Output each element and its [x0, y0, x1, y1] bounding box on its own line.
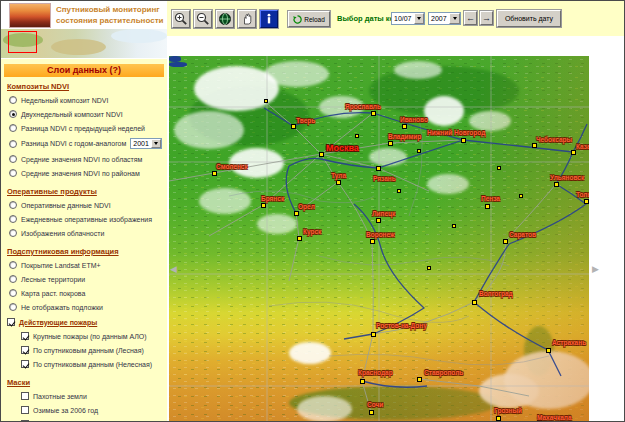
town-marker [355, 134, 359, 138]
sidebar-header: Слои данных (?) [4, 64, 164, 77]
checkbox[interactable] [21, 406, 29, 414]
city-marker [571, 150, 576, 155]
layer-group: Действующие пожарыКрупные пожары (по дан… [1, 318, 167, 375]
radio[interactable] [9, 110, 17, 118]
city-marker [461, 138, 466, 143]
overview-extent-rect[interactable] [8, 31, 37, 53]
year-select[interactable]: 2007 [428, 12, 461, 25]
sidebar-item-label: Изображения облачности [21, 230, 104, 237]
town-marker [397, 189, 401, 193]
sidebar-help-link[interactable]: (?) [109, 65, 121, 75]
city-label: Пенза [481, 195, 500, 202]
overview-map[interactable] [1, 29, 167, 58]
city-label: Орел [298, 203, 315, 210]
city-marker [261, 203, 266, 208]
year-select-arrow[interactable] [449, 13, 460, 24]
roads [169, 101, 556, 412]
globe-icon [218, 12, 232, 26]
checkbox[interactable] [21, 332, 29, 340]
overview-sea [111, 29, 167, 43]
city-label: Ростов-на-Дону [376, 322, 427, 329]
city-marker [546, 348, 551, 353]
app-title-line2: состояния растительности [56, 15, 166, 26]
checkbox[interactable] [7, 318, 15, 326]
city-label: Чебоксары [536, 136, 572, 143]
radio[interactable] [9, 155, 17, 163]
radio[interactable] [9, 201, 17, 209]
sidebar-item-label: Оперативные данные NDVI [21, 202, 111, 209]
chevron-down-icon [417, 17, 421, 20]
city-label: Смоленск [216, 163, 248, 170]
reload-icon [293, 15, 302, 24]
radio[interactable] [9, 261, 17, 269]
date-select-arrow[interactable] [414, 13, 424, 24]
app-title: Спутниковый мониторинг состояния растите… [56, 4, 166, 26]
city-marker [294, 211, 299, 216]
sidebar-item-label: Средние значения NDVI по районам [21, 170, 140, 177]
sidebar-item-label: Ежедневные оперативные изображения [21, 216, 152, 223]
checkbox[interactable] [21, 392, 29, 400]
chevron-down-icon [453, 17, 457, 20]
sidebar-item: Двухнедельный композит NDVI [9, 110, 167, 118]
sidebar-item: Оперативные данные NDVI [9, 201, 167, 209]
city-label: Волгоград [479, 290, 513, 297]
sidebar-header-label: Слои данных [47, 65, 107, 75]
checkbox[interactable] [21, 346, 29, 354]
year-analog-select[interactable]: 2001 [130, 138, 162, 149]
info-button[interactable] [260, 10, 278, 28]
arrow-right-icon: → [482, 13, 491, 23]
sidebar-item: Разница NDVI с годом-аналогом2001 [9, 138, 167, 149]
radio[interactable] [9, 229, 17, 237]
sidebar-item: Лесные территории [9, 275, 167, 283]
pan-button[interactable] [238, 10, 256, 28]
zoom-out-button[interactable] [194, 10, 212, 28]
sidebar-item-label: Недельный композит NDVI [21, 97, 108, 104]
city-label: Ярославль [345, 103, 381, 110]
city-marker [388, 141, 393, 146]
city-label: Тверь [296, 117, 315, 124]
full-extent-button[interactable] [216, 10, 234, 28]
group-heading: Композиты NDVI [7, 82, 167, 91]
fires-group-label[interactable]: Действующие пожары [19, 319, 97, 326]
town-marker [417, 149, 421, 153]
layers-sidebar: Слои данных (?) Композиты NDVIНедельный … [1, 58, 167, 422]
radio[interactable] [9, 303, 17, 311]
radio[interactable] [9, 96, 17, 104]
reload-button[interactable]: Reload [288, 11, 330, 27]
sidebar-item: Изображения облачности [9, 229, 167, 237]
pan-right-arrow[interactable]: ▶ [592, 265, 599, 274]
city-label: Тольятти [576, 191, 589, 198]
date-select[interactable]: 10/07 [391, 12, 425, 25]
city-marker [291, 124, 296, 129]
sidebar-item: Озимые за 2006 год [21, 406, 167, 414]
radio[interactable] [9, 124, 17, 132]
city-marker [417, 377, 422, 382]
city-label: Воронеж [366, 231, 395, 238]
update-date-button[interactable]: Обновить дату [497, 10, 561, 27]
radio[interactable] [9, 169, 17, 177]
zoom-in-button[interactable] [172, 10, 190, 28]
ndvi-map[interactable]: ◀ ТверьЯрославльИвановоМоскваВладимирНиж… [169, 56, 589, 422]
city-marker [503, 239, 508, 244]
pan-left-arrow[interactable]: ◀ [170, 265, 177, 274]
prev-date-button[interactable]: ← [464, 11, 477, 25]
city-label: Ставрополь [424, 369, 463, 376]
sidebar-groups: Композиты NDVIНедельный композит NDVIДву… [1, 82, 167, 422]
next-date-button[interactable]: → [480, 11, 493, 25]
checkbox[interactable] [21, 360, 29, 368]
city-marker [297, 236, 302, 241]
city-marker [554, 182, 559, 187]
city-label: Саратов [509, 231, 536, 238]
radio[interactable] [9, 215, 17, 223]
group-heading: Оперативные продукты [7, 187, 167, 196]
sidebar-item-label: Озимые за 2006 год [33, 407, 98, 414]
map-toolbar: Reload Выбор даты композита 10/07 2007 ←… [167, 1, 625, 36]
rivers [264, 108, 587, 387]
radio[interactable] [9, 275, 17, 283]
sidebar-item: Средние значения NDVI по областям [9, 155, 167, 163]
arrow-left-icon: ← [466, 13, 475, 23]
radio[interactable] [9, 289, 17, 297]
layer-group: Подспутниковая информацияПокрытие Landsa… [1, 247, 167, 318]
town-marker [452, 224, 456, 228]
radio[interactable] [9, 140, 17, 148]
